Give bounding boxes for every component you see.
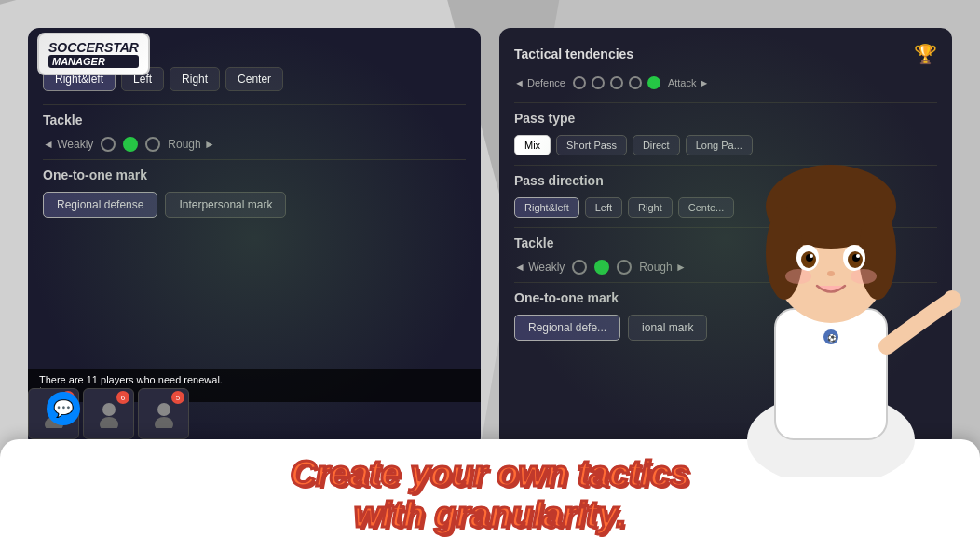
pass-btn-short[interactable]: Short Pass [556,135,627,155]
svg-point-4 [157,403,170,416]
svg-point-21 [827,271,835,276]
svg-point-19 [810,254,813,258]
rough-label-right: Rough ► [639,261,687,274]
pass-btn-mix[interactable]: Mix [514,135,551,155]
messenger-icon[interactable]: 💬 [47,392,80,425]
dir-btn-center[interactable]: Center [225,67,283,91]
player-avatar-2 [95,400,123,428]
divider3 [514,102,937,103]
player-avatar-3 [150,400,178,428]
weakly-label-left: ◄ Weakly [43,138,93,151]
app-logo: SOCCERSTAR MANAGER [37,33,150,75]
notif-text: There are 11 players who need renewal. [39,374,223,385]
pass-btn-direct[interactable]: Direct [633,135,680,155]
tackle-title-left: Tackle [43,113,466,128]
regional-defense-btn-right[interactable]: Regional defe... [514,315,620,341]
player-cards-strip: 6 6 5 [28,388,719,444]
svg-point-20 [856,254,860,258]
interpersonal-mark-btn-left[interactable]: Interpersonal mark [165,192,286,218]
divider1 [43,104,466,105]
svg-point-3 [100,417,118,428]
logo-line1: SOCCERSTAR [48,40,139,55]
radio-3-left[interactable] [145,137,160,152]
mark-row-left: Regional defense Interpersonal mark [43,192,466,218]
pdir-btn-right[interactable]: Right [628,197,673,218]
dot-5[interactable] [647,76,660,89]
svg-point-23 [851,269,877,284]
dot-3[interactable] [610,76,623,89]
rough-label-left: Rough ► [168,138,215,151]
tactical-tendencies-title: Tactical tendencies [514,47,633,61]
card-num-2: 6 [116,391,129,404]
dir-btn-right[interactable]: Right [170,67,220,91]
character-image: ⚽ [701,123,961,477]
svg-point-5 [155,417,173,428]
radio-1-left[interactable] [101,137,116,152]
dot-2[interactable] [592,76,605,89]
dot-row [573,76,660,89]
main-container: SOCCERSTAR MANAGER Direct Long Pass Righ… [0,0,980,551]
banner-line1: Create your own tactics [291,454,690,495]
banner-line2: with granularity. [354,495,626,536]
one-to-one-title-left: One-to-one mark [43,168,466,182]
radio-2-left[interactable] [123,137,138,152]
radio-1-right[interactable] [572,260,587,275]
character-svg: ⚽ [701,123,961,477]
svg-point-2 [102,403,116,416]
pdir-btn-rightleft[interactable]: Right&left [514,197,579,218]
ional-mark-btn-right[interactable]: ional mark [628,315,707,341]
pdir-btn-left[interactable]: Left [585,197,622,218]
attack-label: Attack ► [668,77,710,88]
svg-text:⚽: ⚽ [827,333,837,343]
dot-4[interactable] [629,76,642,89]
radio-3-right[interactable] [617,260,632,275]
player-card-3[interactable]: 5 [138,388,189,439]
svg-point-22 [785,269,811,284]
player-card-2[interactable]: 6 [83,388,134,439]
svg-point-24 [943,290,961,309]
left-panel: Direct Long Pass Right&left Left Right C… [28,28,481,449]
regional-defense-btn-left[interactable]: Regional defense [43,192,157,218]
radio-2-right[interactable] [594,260,609,275]
right-panel-header: Tactical tendencies 🏆 [514,43,937,65]
logo-line2: MANAGER [48,55,139,68]
tackle-row-left: ◄ Weakly Rough ► [43,137,466,152]
defence-label: ◄ Defence [514,77,565,88]
trophy-icon: 🏆 [914,43,937,65]
weakly-label-right: ◄ Weakly [514,261,565,274]
def-atk-row: ◄ Defence Attack ► [514,76,937,89]
dot-1[interactable] [573,76,586,89]
card-num-3: 5 [171,391,184,404]
svg-rect-7 [775,309,887,439]
divider2 [43,159,466,160]
